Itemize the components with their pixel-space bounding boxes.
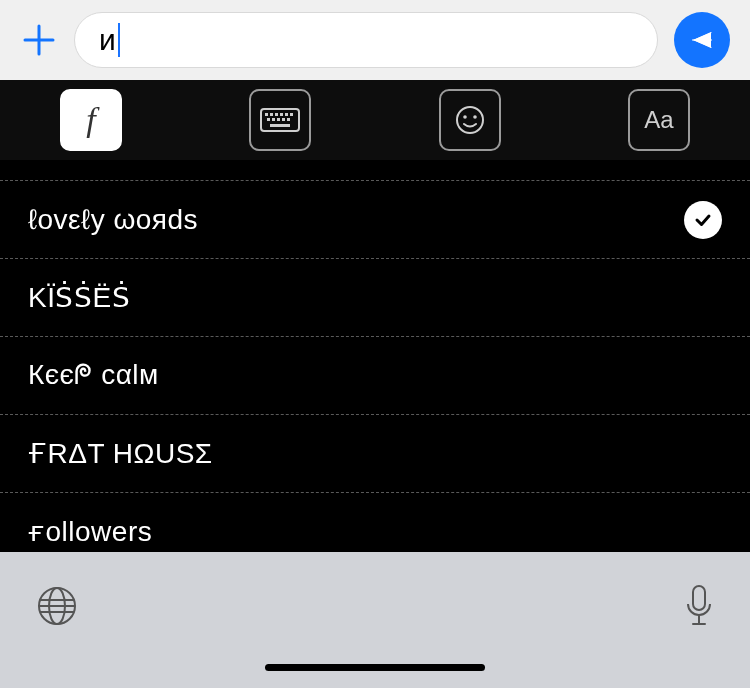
svg-rect-13	[270, 124, 290, 127]
mic-icon	[684, 584, 714, 628]
font-style-list: ℓovεℓy ωoяds KÏṠṠЁṠ Кєєᖘ cαlм ҒRΔT HΩUSΣ…	[0, 160, 750, 552]
svg-rect-9	[272, 118, 275, 121]
font-option-label: Кєєᖘ cαlм	[28, 359, 159, 392]
tab-text-case[interactable]: Aa	[628, 89, 690, 151]
compose-bar: и	[0, 0, 750, 80]
svg-point-16	[473, 115, 477, 119]
font-style-icon: f	[86, 101, 95, 139]
message-input-text: и	[99, 23, 120, 57]
keyboard-tabs: f Aa	[0, 80, 750, 160]
svg-rect-8	[267, 118, 270, 121]
selected-check	[684, 201, 722, 239]
keyboard-icon	[260, 108, 300, 132]
tab-emoji[interactable]	[439, 89, 501, 151]
globe-button[interactable]	[36, 585, 78, 631]
dictation-button[interactable]	[684, 584, 714, 632]
keyboard-toolbar	[0, 552, 750, 688]
font-option-label: KÏṠṠЁṠ	[28, 281, 130, 314]
tab-font-style[interactable]: f	[60, 89, 122, 151]
svg-point-14	[457, 107, 483, 133]
aa-icon: Aa	[644, 106, 673, 134]
font-option[interactable]: ғollowers	[0, 492, 750, 552]
font-option[interactable]: Кєєᖘ cαlм	[0, 336, 750, 414]
add-button[interactable]	[20, 21, 58, 59]
plus-icon	[22, 23, 56, 57]
svg-rect-5	[280, 113, 283, 116]
svg-rect-12	[287, 118, 290, 121]
svg-rect-6	[285, 113, 288, 116]
font-option[interactable]: ҒRΔT HΩUSΣ	[0, 414, 750, 492]
svg-rect-10	[277, 118, 280, 121]
svg-rect-11	[282, 118, 285, 121]
globe-icon	[36, 585, 78, 627]
send-icon	[689, 27, 715, 53]
check-icon	[693, 210, 713, 230]
font-option-label: ғollowers	[28, 515, 152, 548]
font-option-label: ҒRΔT HΩUSΣ	[28, 437, 213, 470]
home-indicator[interactable]	[265, 664, 485, 671]
svg-rect-19	[693, 586, 705, 610]
home-indicator-area	[0, 664, 750, 688]
tab-keyboard[interactable]	[249, 89, 311, 151]
svg-rect-2	[265, 113, 268, 116]
message-input[interactable]: и	[74, 12, 658, 68]
svg-rect-4	[275, 113, 278, 116]
svg-point-15	[463, 115, 467, 119]
font-option[interactable]: ℓovεℓy ωoяds	[0, 180, 750, 258]
svg-rect-3	[270, 113, 273, 116]
svg-rect-7	[290, 113, 293, 116]
font-option-label: ℓovεℓy ωoяds	[28, 204, 198, 236]
send-button[interactable]	[674, 12, 730, 68]
font-option[interactable]: KÏṠṠЁṠ	[0, 258, 750, 336]
smiley-icon	[454, 104, 486, 136]
